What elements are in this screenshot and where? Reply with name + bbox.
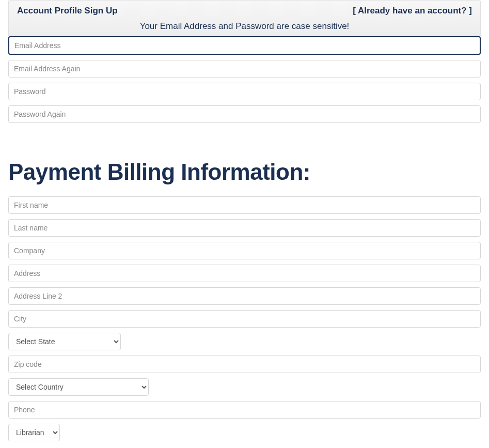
case-sensitive-note: Your Email Address and Password are case… (17, 16, 472, 36)
phone-input[interactable] (8, 401, 481, 419)
role-select[interactable]: Librarian (8, 424, 60, 441)
email-input[interactable] (8, 36, 481, 55)
billing-heading: Payment Billing Information: (8, 159, 481, 185)
last-name-input[interactable] (8, 219, 481, 237)
signup-header: Account Profile Sign Up [ Already have a… (8, 0, 481, 36)
password-input[interactable] (8, 83, 481, 100)
state-select[interactable]: Select State (8, 333, 121, 350)
form-area: Payment Billing Information: Select Stat… (0, 36, 489, 448)
password-again-input[interactable] (8, 105, 481, 123)
signup-title: Account Profile Sign Up (17, 6, 118, 16)
already-have-account-link[interactable]: [ Already have an account? ] (353, 6, 472, 16)
zip-input[interactable] (8, 356, 481, 373)
address2-input[interactable] (8, 287, 481, 305)
company-input[interactable] (8, 242, 481, 259)
first-name-input[interactable] (8, 196, 481, 214)
address-input[interactable] (8, 265, 481, 282)
city-input[interactable] (8, 310, 481, 328)
header-top-row: Account Profile Sign Up [ Already have a… (17, 6, 472, 16)
country-select[interactable]: Select Country (8, 378, 149, 396)
email-again-input[interactable] (8, 60, 481, 78)
